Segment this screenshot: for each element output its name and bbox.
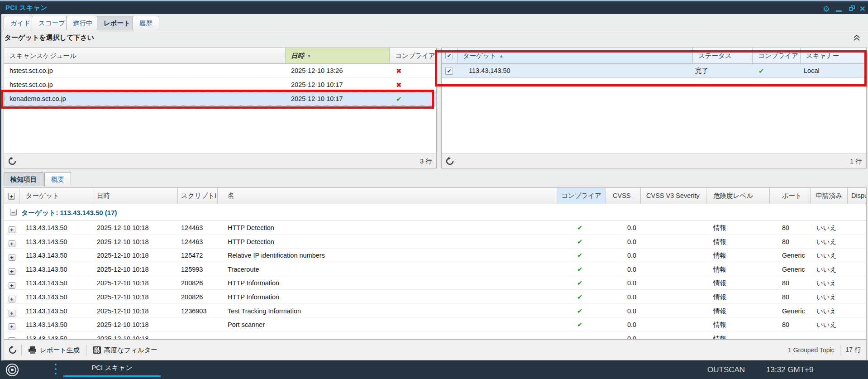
expand-row-icon[interactable]: + xyxy=(9,226,15,233)
finding-script-id xyxy=(178,318,218,332)
table-row[interactable]: + 113.43.143.50 2025-12-10 10:18 Port sc… xyxy=(4,318,866,331)
tab-progress[interactable]: 進行中 xyxy=(66,16,100,30)
schedule-grid-footer: 3 行 xyxy=(4,154,436,168)
expand-row-icon[interactable]: + xyxy=(9,268,15,275)
compliant-icon: ✔ xyxy=(557,263,606,277)
expand-row-icon[interactable]: + xyxy=(9,240,15,247)
target-row[interactable]: ✔ 113.43.143.50 完了 ✔ Local xyxy=(442,64,866,78)
table-row[interactable]: + 113.43.143.50 2025-12-10 10:18 200826 … xyxy=(4,276,866,290)
expander-cell: + xyxy=(4,290,19,304)
statusbar: PCI スキャン OUTSCAN 13:32 GMT+9 xyxy=(0,360,868,379)
tab-report[interactable]: レポート xyxy=(97,16,137,30)
advanced-filter-button[interactable]: 高度なフィルター xyxy=(88,346,162,355)
table-row[interactable]: + 113.43.143.50 2025-12-10 10:18 200826 … xyxy=(4,290,866,304)
column-header-disputed[interactable]: Disput xyxy=(848,188,867,204)
column-header-compliance[interactable]: コンプライア xyxy=(753,48,801,64)
table-row[interactable]: + 113.43.143.50 2025-12-10 10:18 124463 … xyxy=(4,221,866,235)
finding-script-id: 125472 xyxy=(178,249,218,263)
findings-grid: + ターゲット 日時 スクリプトID 名 コンプライア CVSS CVSS V3… xyxy=(4,187,867,340)
gear-icon[interactable]: ⚙ xyxy=(821,3,832,15)
row-count: 1 行 xyxy=(850,154,862,168)
column-header-status[interactable]: ステータス xyxy=(693,48,753,64)
group-label: ターゲット: 113.43.143.50 (17) xyxy=(21,204,117,221)
finding-port: 80 xyxy=(770,276,811,290)
column-header-scanner[interactable]: スキャナー xyxy=(801,48,867,64)
toolbar-separator xyxy=(86,345,86,355)
expander-cell: + xyxy=(4,318,19,332)
row-checkbox[interactable]: ✔ xyxy=(445,67,453,75)
column-header-compliance[interactable]: コンプライア xyxy=(557,188,606,204)
column-header-risk-level[interactable]: 危険度レベル xyxy=(706,188,770,204)
column-header-datetime[interactable]: 日時 xyxy=(93,188,178,204)
finding-disputed xyxy=(848,221,867,235)
finding-name: Traceroute xyxy=(218,263,557,277)
column-header-applied[interactable]: 申請済み xyxy=(811,188,848,204)
finding-risk-level: 情報 xyxy=(706,290,770,304)
finding-script-id: 200826 xyxy=(178,276,218,290)
finding-risk-level: 情報 xyxy=(706,235,770,249)
generate-report-button[interactable]: レポート生成 xyxy=(24,346,84,355)
expand-row-icon[interactable]: + xyxy=(9,282,15,289)
finding-script-id: 200826 xyxy=(178,290,218,304)
sort-desc-icon: ▼ xyxy=(307,53,311,58)
collapse-panel-icon[interactable] xyxy=(853,34,861,42)
refresh-icon[interactable] xyxy=(446,157,454,165)
target-status: 完了 xyxy=(695,64,708,78)
schedule-datetime: 2025-12-10 10:17 xyxy=(291,92,343,106)
scan-schedule-grid: スキャンスケジュール 日時▼ コンプライア hstest.sct.co.jp 2… xyxy=(4,48,437,168)
refresh-icon[interactable] xyxy=(9,346,17,354)
row-count: 17 行 xyxy=(846,346,861,354)
finding-severity xyxy=(641,332,706,340)
taskbar-grip-icon[interactable] xyxy=(54,364,57,376)
compliant-icon: ✔ xyxy=(557,318,606,332)
minimize-icon[interactable] xyxy=(836,10,842,12)
finding-disputed xyxy=(848,332,867,340)
column-header-cvss-v3-severity[interactable]: CVSS V3 Severity xyxy=(641,188,706,204)
table-row[interactable]: + 113.43.143.50 2025-12-10 10:18 125993 … xyxy=(4,263,866,276)
column-header-datetime[interactable]: 日時▼ xyxy=(286,48,390,64)
expand-row-icon[interactable]: + xyxy=(9,254,15,261)
finding-applied: いいえ xyxy=(811,221,848,235)
main-tabstrip: ガイド スコープ 進行中 レポート 履歴 xyxy=(0,14,868,30)
finding-risk-level: 情報 xyxy=(706,249,770,263)
column-header-compliance[interactable]: コンプライア xyxy=(390,48,437,64)
table-row[interactable]: + 113.43.143.50 2025-12-10 10:18 125472 … xyxy=(4,249,866,262)
expand-row-icon[interactable]: + xyxy=(9,323,15,330)
restore-icon[interactable] xyxy=(849,5,855,11)
expand-all-icon[interactable]: + xyxy=(8,193,15,200)
column-header-port[interactable]: ポート xyxy=(770,188,811,204)
table-row[interactable]: + 113.43.143.50 2025-12-10 10:18 1236903… xyxy=(4,304,866,318)
tab-findings[interactable]: 検知項目 xyxy=(4,172,43,186)
column-header-schedule[interactable]: スキャンスケジュール xyxy=(4,48,286,64)
finding-applied: いいえ xyxy=(811,304,848,318)
expand-row-icon[interactable]: + xyxy=(9,310,15,317)
column-header-script-id[interactable]: スクリプトID xyxy=(178,188,218,204)
taskbar-app-button[interactable]: PCI スキャン xyxy=(63,361,161,379)
column-header-cvss[interactable]: CVSS xyxy=(606,188,641,204)
select-all-checkbox[interactable]: ✔ xyxy=(445,52,453,59)
group-header-row[interactable]: − ターゲット: 113.43.143.50 (17) xyxy=(4,204,866,221)
finding-severity xyxy=(641,235,706,249)
window-title: PCI スキャン xyxy=(5,1,48,14)
finding-cvss: 0.0 xyxy=(606,249,641,263)
schedule-row-selected[interactable]: konademo.sct.co.jp 2025-12-10 10:17 ✔ xyxy=(4,92,436,106)
table-row[interactable]: + 113.43.143.50 2025-12-10 10:18 0.0 情報 xyxy=(4,332,866,340)
column-header-target[interactable]: ターゲット xyxy=(19,188,93,204)
close-icon[interactable]: × xyxy=(858,3,867,14)
compliant-icon xyxy=(557,332,606,340)
schedule-row[interactable]: hstest.sct.co.jp 2025-12-10 13:26 ✖ xyxy=(4,64,436,78)
column-header-target[interactable]: ターゲット▲ xyxy=(458,48,693,64)
table-row[interactable]: + 113.43.143.50 2025-12-10 10:18 124463 … xyxy=(4,235,866,249)
expand-row-icon[interactable]: + xyxy=(9,296,15,302)
finding-name: HTTP Information xyxy=(218,276,557,290)
refresh-icon[interactable] xyxy=(8,157,16,165)
titlebar[interactable]: PCI スキャン ⚙ × xyxy=(0,1,868,14)
finding-disputed xyxy=(848,276,867,290)
finding-datetime: 2025-12-10 10:18 xyxy=(93,249,178,263)
column-header-name[interactable]: 名 xyxy=(218,188,557,204)
tab-summary[interactable]: 概要 xyxy=(44,172,71,186)
tab-history[interactable]: 履歴 xyxy=(133,16,159,30)
collapse-group-icon[interactable]: − xyxy=(10,209,17,216)
finding-risk-level: 情報 xyxy=(706,332,770,340)
schedule-row[interactable]: hstest.sct.co.jp 2025-12-10 10:17 ✖ xyxy=(4,78,436,92)
